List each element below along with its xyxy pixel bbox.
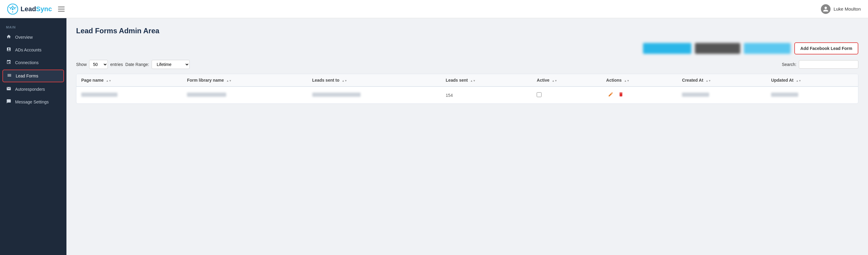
table-header-row: Page name ▲▼ Form library name ▲▼ Leads … [76,74,858,86]
connections-icon [6,60,11,66]
cell-page-name [76,86,182,104]
sort-form-library[interactable]: ▲▼ [226,80,231,82]
sidebar-message-settings-label: Message Settings [15,100,49,104]
col-active: Active ▲▼ [532,74,601,86]
controls-left: Show 50 25 100 entries Date Range: Lifet… [76,60,190,69]
col-page-name: Page name ▲▼ [76,74,182,86]
sort-active[interactable]: ▲▼ [552,80,557,82]
col-updated-at: Updated At ▲▼ [766,74,858,86]
cell-created-at [677,86,766,104]
sidebar-item-message-settings[interactable]: Message Settings [0,95,66,108]
sidebar-connections-label: Connections [15,60,39,65]
user-avatar-icon [821,4,831,14]
search-label: Search: [782,62,797,67]
sidebar-item-connections[interactable]: Connections [0,56,66,69]
cell-form-library-name [182,86,307,104]
delete-button[interactable] [616,91,625,99]
sidebar-item-overview[interactable]: Overview [0,31,66,44]
page-title: Lead Forms Admin Area [76,27,858,35]
table-container: Page name ▲▼ Form library name ▲▼ Leads … [76,74,858,104]
created-at-blurred [682,92,709,97]
toolbar-button-1[interactable] [643,43,691,54]
top-navigation: LeadSync Luke Moulton [0,0,868,18]
cell-updated-at [766,86,858,104]
sort-leads-sent-to[interactable]: ▲▼ [342,80,347,82]
updated-at-blurred [771,92,798,97]
col-leads-sent: Leads sent ▲▼ [441,74,532,86]
logo-link[interactable]: LeadSync [7,4,52,15]
svg-point-1 [12,8,13,10]
search-input[interactable] [799,60,858,69]
active-checkbox[interactable] [537,92,541,97]
sidebar-item-autoresponders[interactable]: Autoresponders [0,83,66,95]
sort-page-name[interactable]: ▲▼ [106,80,112,82]
sidebar-section-label: MAIN [0,23,66,31]
page-name-blurred [81,92,118,97]
toolbar-button-2[interactable] [695,43,740,54]
col-leads-sent-to: Leads sent to ▲▼ [307,74,441,86]
cell-leads-sent: 154 [441,86,532,104]
leads-sent-value: 154 [446,93,453,98]
controls-right: Search: [782,60,858,69]
sidebar-item-ads-accounts[interactable]: ADs Accounts [0,44,66,56]
lead-forms-table: Page name ▲▼ Form library name ▲▼ Leads … [76,74,858,104]
message-settings-icon [6,99,11,105]
add-facebook-lead-form-button[interactable]: Add Facebook Lead Form [794,42,858,54]
col-created-at: Created At ▲▼ [677,74,766,86]
user-name: Luke Moulton [834,6,861,11]
show-label: Show [76,62,87,67]
lead-forms-icon [7,73,12,79]
main-content: Lead Forms Admin Area Add Facebook Lead … [66,18,868,255]
date-range-label: Date Range: [125,62,149,67]
form-library-blurred [187,92,226,97]
controls-row: Show 50 25 100 entries Date Range: Lifet… [76,60,858,69]
sidebar-item-lead-forms[interactable]: Lead Forms [2,69,64,82]
sort-updated-at[interactable]: ▲▼ [796,80,801,82]
cell-actions [601,86,677,104]
sidebar-overview-label: Overview [15,35,33,39]
autoresponders-icon [6,86,11,92]
sort-leads-sent[interactable]: ▲▼ [470,80,476,82]
leads-sent-to-blurred [312,92,361,97]
show-entries-select[interactable]: 50 25 100 [89,60,108,69]
toolbar-button-3[interactable] [744,43,791,54]
col-form-library-name: Form library name ▲▼ [182,74,307,86]
toolbar: Add Facebook Lead Form [76,42,858,54]
logo-icon [7,4,18,15]
ads-accounts-icon [6,47,11,53]
app-layout: MAIN Overview ADs Accounts Connections L… [0,18,868,255]
cell-leads-sent-to [307,86,441,104]
topnav-right: Luke Moulton [821,4,861,14]
col-actions: Actions ▲▼ [601,74,677,86]
sort-actions[interactable]: ▲▼ [624,80,629,82]
entries-label: entries [110,62,123,67]
sidebar-autoresponders-label: Autoresponders [15,87,45,92]
hamburger-button[interactable] [58,7,65,11]
date-range-select[interactable]: Lifetime Last 7 days Last 30 days [152,60,190,69]
sidebar-ads-label: ADs Accounts [15,48,41,52]
table-row: 154 [76,86,858,104]
logo-lead-text: Lead [21,5,36,13]
logo-sync-text: Sync [36,5,52,13]
sort-created-at[interactable]: ▲▼ [706,80,711,82]
edit-button[interactable] [606,91,615,99]
home-icon [6,34,11,40]
sidebar-lead-forms-label: Lead Forms [16,74,38,78]
sidebar: MAIN Overview ADs Accounts Connections L… [0,18,66,255]
cell-active [532,86,601,104]
topnav-left: LeadSync [7,4,65,15]
